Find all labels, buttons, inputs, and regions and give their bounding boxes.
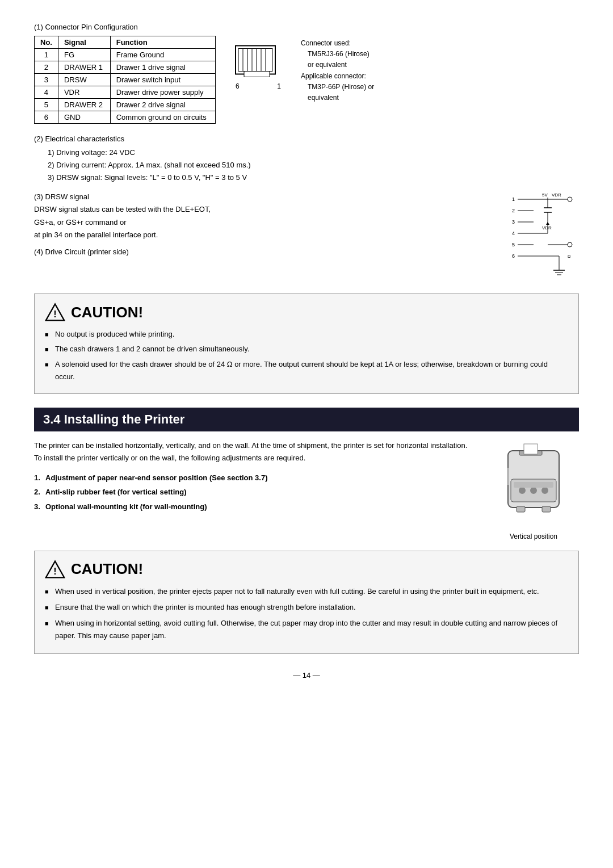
table-cell: DRAWER 2 [58,99,110,111]
table-cell: Frame Ground [110,49,215,61]
caution-triangle-icon-1: ! [45,302,65,322]
table-cell: Drawer switch input [110,74,215,86]
svg-marker-33 [546,222,549,225]
connector-label-row: 6 1 [236,82,281,90]
caution-bottom-items: When used in vertical position, the prin… [45,585,568,642]
table-cell: 2 [35,61,58,74]
svg-rect-1 [238,49,272,72]
svg-text:6: 6 [512,253,515,259]
svg-text:5V: 5V [542,192,548,198]
list-item: Ensure that the wall on which the printe… [45,601,568,614]
vertical-label: Vertical position [510,532,557,540]
list-item: When used in vertical position, the prin… [45,585,568,598]
list-num: 3. [34,500,40,513]
list-item: The cash drawers 1 and 2 cannot be drive… [45,343,568,355]
list-item: 3) DRSW signal: Signal levels: "L" = 0 t… [48,171,579,184]
table-cell: DRSW [58,74,110,86]
list-item: 2.Anti-slip rubber feet (for vertical se… [34,485,477,498]
pin-table: No. Signal Function 1FGFrame Ground2DRAW… [34,36,216,124]
svg-point-35 [568,242,572,247]
svg-rect-53 [542,506,551,512]
table-cell: 5 [35,99,58,111]
caution-title-2: ! CAUTION! [45,559,568,580]
list-item: 2) Driving current: Approx. 1A max. (sha… [48,159,579,171]
electrical-characteristics: (2) Electrical characteristics 1) Drivin… [34,133,579,184]
svg-rect-52 [517,506,525,512]
elec-label: (2) Electrical characteristics [34,133,579,145]
connector-config-label: (1) Connector Pin Configuration [34,23,579,31]
list-item: A solenoid used for the cash drawer shou… [45,358,568,383]
list-item: 1.Adjustment of paper near-end sensor po… [34,471,477,484]
list-item: 1) Driving voltage: 24 VDC [48,146,579,159]
page-number: — 14 — [34,671,579,680]
col-header-signal: Signal [58,36,110,49]
svg-point-29 [568,197,572,202]
table-cell: 6 [35,111,58,124]
table-cell: Drawer 1 drive signal [110,61,215,74]
table-cell: Common ground on circuits [110,111,215,124]
pin-table-wrap: No. Signal Function 1FGFrame Ground2DRAW… [34,36,216,124]
svg-text:5: 5 [512,242,515,248]
svg-text:VDR: VDR [552,192,561,198]
svg-rect-0 [236,46,275,74]
caution-block-2: ! CAUTION! When used in vertical positio… [34,551,579,654]
table-cell: FG [58,49,110,61]
list-item: 3.Optional wall-mounting kit (for wall-m… [34,500,477,513]
install-intro: The printer can be installed horizontall… [34,439,477,464]
caution-items-1: No output is produced while printing.The… [45,328,568,383]
printer-illustration [491,439,576,530]
connector-label-6: 6 [236,82,240,90]
connector-label-1: 1 [277,82,281,90]
svg-point-50 [541,487,548,494]
table-cell: VDR [58,86,110,99]
table-cell: 3 [35,74,58,86]
svg-text:!: ! [53,309,56,319]
drive-circuit-label: (4) Drive Circuit (printer side) [34,246,499,258]
svg-rect-46 [524,444,538,454]
drsw-area: (3) DRSW signal DRSW signal status can b… [34,191,579,283]
table-cell: Drawer drive power supply [110,86,215,99]
svg-text:VDR: VDR [542,225,552,230]
col-header-function: Function [110,36,215,49]
connector-diagram: 6 1 [233,41,284,124]
table-cell: 1 [35,49,58,61]
list-item: When using in horizontal setting, avoid … [45,617,568,642]
svg-point-48 [519,487,526,494]
connector-info: Connector used: TM5RJ3-66 (Hirose) or eq… [301,38,374,124]
caution-label-2: CAUTION! [71,560,143,578]
svg-point-49 [530,487,537,494]
table-cell: DRAWER 1 [58,61,110,74]
section-connector-config: (1) Connector Pin Configuration No. Sign… [34,23,579,124]
svg-text:Ω: Ω [568,254,570,258]
caution-title-1: ! CAUTION! [45,302,568,322]
svg-text:4: 4 [512,230,515,236]
caution-triangle-icon-2: ! [45,559,65,580]
table-cell: 4 [35,86,58,99]
svg-rect-51 [514,482,553,488]
table-cell: Drawer 2 drive signal [110,99,215,111]
elec-list: 1) Driving voltage: 24 VDC2) Driving cur… [34,146,579,184]
drsw-body: DRSW signal status can be tested with th… [34,203,499,241]
svg-text:3: 3 [512,219,515,225]
section-34-header: 3.4 Installing the Printer [34,408,579,431]
drsw-label: (3) DRSW signal [34,191,499,203]
section-34-title: 3.4 Installing the Printer [43,412,184,426]
pin-config-area: No. Signal Function 1FGFrame Ground2DRAW… [34,36,579,124]
table-cell: GND [58,111,110,124]
install-text: The printer can be installed horizontall… [34,439,477,540]
svg-text:1: 1 [512,196,515,202]
drsw-text: (3) DRSW signal DRSW signal status can b… [34,191,499,283]
list-num: 1. [34,471,40,484]
col-header-no: No. [35,36,58,49]
circuit-svg: 1 2 3 4 5 6 5V VDR [511,191,579,282]
install-area: The printer can be installed horizontall… [34,439,579,540]
list-num: 2. [34,485,40,498]
svg-rect-8 [244,72,270,77]
circuit-diagram: 1 2 3 4 5 6 5V VDR [511,191,579,283]
svg-text:!: ! [53,566,56,576]
install-image-area: Vertical position [488,439,579,540]
caution-block-1: ! CAUTION! No output is produced while p… [34,293,579,393]
caution-label-1: CAUTION! [71,304,143,321]
svg-text:2: 2 [512,208,515,213]
install-list: 1.Adjustment of paper near-end sensor po… [34,471,477,513]
